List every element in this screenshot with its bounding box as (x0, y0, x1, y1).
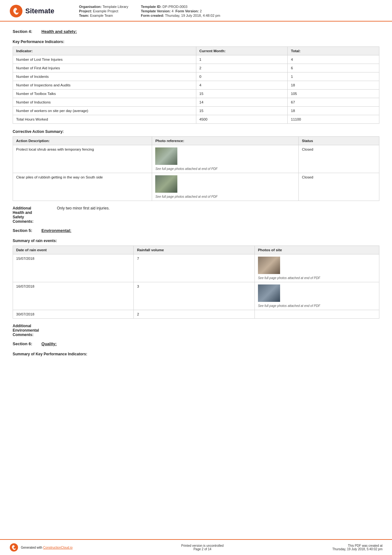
kpi-total: 105 (288, 90, 379, 98)
table-row: Number of Lost Time Injuries 1 4 (13, 55, 379, 64)
ca-heading: Corrective Action Summary: (13, 129, 379, 134)
kpi-total: 18 (288, 81, 379, 90)
ca-col-photo: Photo reference: (152, 137, 299, 145)
footer-right: This PDF was created at Thursday, 19 Jul… (332, 544, 383, 551)
kpi-indicator: Number of Lost Time Injuries (13, 55, 196, 64)
kpi-indicator: Number of Inductions (13, 98, 196, 107)
table-row: Number of First Aid Injuries 2 6 (13, 64, 379, 72)
rain-photos: See full page photos attached at end of … (254, 254, 379, 282)
table-row: Number of Incidents 0 1 (13, 72, 379, 81)
ca-status: Closed (299, 145, 379, 173)
org-row: Organisation: Template Library (79, 5, 128, 9)
kpi-indicator: Number of Toolbox Talks (13, 90, 196, 98)
svg-point-1 (10, 543, 18, 552)
template-id-row: Template ID: DP-PROD-0003 (141, 5, 220, 9)
kpi-indicator: Number of Incidents (13, 72, 196, 81)
health-comments-row: AdditionalHealth andSafetyComments: Only… (13, 206, 379, 224)
kpi-indicator: Number of Inspections and Audits (13, 81, 196, 90)
section5-heading: Section 5: Environmental: (13, 228, 379, 233)
kpi-total: 1 (288, 72, 379, 81)
kpi-month: 14 (196, 98, 288, 107)
header-metadata: Organisation: Template Library Project: … (79, 5, 383, 17)
table-row: 16/07/2018 3 See full page photos attach… (13, 282, 379, 310)
ca-col-action: Action Description: (13, 137, 152, 145)
kpi-month: 1 (196, 55, 288, 64)
rain-date: 16/07/2018 (13, 282, 134, 310)
kpi-indicator: Number of workers on site per day (avera… (13, 107, 196, 115)
photo-caption: See full page photos attached at end of … (155, 167, 217, 171)
meta-left: Organisation: Template Library Project: … (79, 5, 128, 17)
ca-status: Closed (299, 173, 379, 201)
main-content: Section 4: Health and safety: Key Perfor… (0, 22, 392, 366)
photo-caption: See full page photos attached at end of … (258, 276, 320, 280)
svg-point-0 (10, 5, 22, 17)
kpi-month: 4500 (196, 115, 288, 124)
rain-heading: Summary of rain events: (13, 239, 379, 243)
team-row: Team: Example Team (79, 14, 128, 17)
rain-col-volume: Rainfall volume (134, 246, 254, 254)
footer-generated-text: Generated with ConstructionCloud.io (21, 546, 72, 549)
rain-volume: 2 (134, 310, 254, 319)
health-comments-text: Only two minor first aid injuries. (57, 206, 110, 224)
page-footer: Generated with ConstructionCloud.io Prin… (0, 539, 392, 555)
kpi-month: 2 (196, 64, 288, 72)
table-row: Protect local shrub areas with temporary… (13, 145, 379, 173)
rain-photos: See full page photos attached at end of … (254, 282, 379, 310)
kpi-col-indicator: Indicator: (13, 47, 196, 55)
table-row: 15/07/2018 7 See full page photos attach… (13, 254, 379, 282)
photo-thumbnail (155, 147, 177, 165)
rain-date: 30/07/2018 (13, 310, 134, 319)
footer-logo-icon (9, 543, 18, 552)
env-comments-row: AdditionalEnvironmentalComments: (13, 324, 379, 337)
table-row: Number of Inspections and Audits 4 18 (13, 81, 379, 90)
photo-caption: See full page photos attached at end of … (155, 195, 217, 198)
rain-events-table: Date of rain event Rainfall volume Photo… (13, 246, 379, 319)
rain-photos (254, 310, 379, 319)
env-comments-label: AdditionalEnvironmentalComments: (13, 324, 57, 337)
footer-link[interactable]: ConstructionCloud.io (43, 546, 73, 549)
photo-thumbnail (155, 175, 177, 193)
kpi-total: 6 (288, 64, 379, 72)
photo-thumbnail (258, 257, 280, 274)
rain-volume: 3 (134, 282, 254, 310)
kpi-indicator: Total Hours Worked (13, 115, 196, 124)
kpi-total: 4 (288, 55, 379, 64)
rain-col-photos: Photos of site (254, 246, 379, 254)
logo-text: Sitemate (25, 7, 54, 15)
ca-description: Protect local shrub areas with temporary… (13, 145, 152, 173)
logo-area: Sitemate (9, 4, 66, 18)
project-row: Project: Example Project (79, 9, 128, 13)
template-version-row: Template Version: 4 Form Version: 2 (141, 9, 220, 13)
rain-date: 15/07/2018 (13, 254, 134, 282)
kpi-total: 18 (288, 107, 379, 115)
table-row: Number of Inductions 14 67 (13, 98, 379, 107)
photo-caption: See full page photos attached at end of … (258, 304, 320, 308)
form-created-row: Form created: Thursday, 19 July 2018, 4:… (141, 14, 220, 17)
page-header: Sitemate Organisation: Template Library … (0, 0, 392, 22)
ca-description: Clear piles of rubbish getting in the wa… (13, 173, 152, 201)
kpi-table: Indicator: Current Month: Total: Number … (13, 47, 379, 124)
kpi-indicator: Number of First Aid Injuries (13, 64, 196, 72)
table-row: 30/07/2018 2 (13, 310, 379, 319)
kpi-month: 15 (196, 107, 288, 115)
footer-left: Generated with ConstructionCloud.io (9, 543, 72, 552)
table-row: Clear piles of rubbish getting in the wa… (13, 173, 379, 201)
ca-photo: See full page photos attached at end of … (152, 173, 299, 201)
rain-volume: 7 (134, 254, 254, 282)
ca-col-status: Status (299, 137, 379, 145)
kpi-month: 4 (196, 81, 288, 90)
kpi-month: 0 (196, 72, 288, 81)
kpi-heading: Key Performance Indicators: (13, 40, 379, 44)
rain-col-date: Date of rain event (13, 246, 134, 254)
section4-heading: Section 4: Health and safety: (13, 29, 379, 34)
ca-photo: See full page photos attached at end of … (152, 145, 299, 173)
quality-kpi-heading: Summary of Key Performance Indicators: (13, 352, 379, 356)
kpi-month: 15 (196, 90, 288, 98)
sitemate-logo-icon (9, 4, 23, 18)
photo-thumbnail (258, 284, 280, 302)
table-row: Number of Toolbox Talks 15 105 (13, 90, 379, 98)
health-comments-label: AdditionalHealth andSafetyComments: (13, 206, 57, 224)
footer-center: Printed version is uncontrolled Page 2 o… (181, 544, 224, 551)
kpi-col-total: Total: (288, 47, 379, 55)
table-row: Total Hours Worked 4500 11100 (13, 115, 379, 124)
